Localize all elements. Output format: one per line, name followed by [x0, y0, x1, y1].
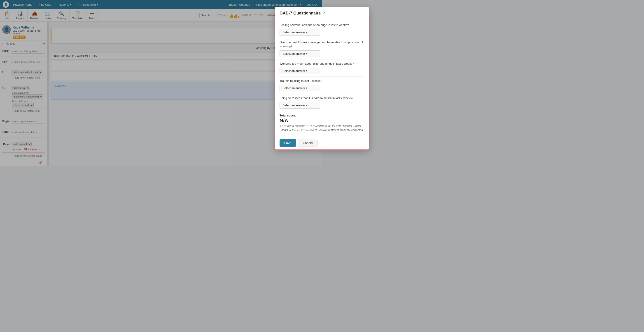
- q5-answer-placeholder: Select an answer: [282, 104, 305, 107]
- question-3-block: Worrying too much about different things…: [280, 60, 322, 77]
- cancel-button[interactable]: Cancel: [298, 139, 318, 147]
- total-score-value: N/A: [280, 118, 322, 123]
- question-2-text: Over the past 2 weeks have you not been …: [280, 40, 322, 48]
- question-4-block: Trouble relaxing in last 2 weeks? Select…: [280, 77, 322, 94]
- q2-answer-placeholder: Select an answer: [282, 52, 305, 55]
- question-2-block: Over the past 2 weeks have you not been …: [280, 38, 322, 59]
- q3-answer-placeholder: Select an answer: [282, 69, 305, 73]
- q2-select-chevron: ▾: [306, 52, 307, 55]
- total-score-label: Total score:: [280, 114, 322, 117]
- q3-select-chevron: ▾: [306, 69, 307, 72]
- question-1-text: Feeling nervous, anxious or on edge in l…: [280, 23, 322, 27]
- q4-answer-placeholder: Select an answer: [282, 86, 305, 90]
- q1-answer-placeholder: Select an answer: [282, 31, 305, 34]
- question-3-text: Worrying too much about different things…: [280, 62, 322, 66]
- modal-body: Feeling nervous, anxious or on edge in l…: [275, 18, 322, 136]
- q3-answer-select[interactable]: Select an answer ▾: [280, 68, 320, 74]
- q2-answer-select[interactable]: Select an answer ▾: [280, 50, 320, 57]
- save-button[interactable]: Save: [280, 139, 296, 147]
- q4-answer-select[interactable]: Select an answer ▾: [280, 85, 320, 91]
- gad7-modal: GAD-7 Questionnaire ↗ Feeling nervous, a…: [274, 7, 322, 150]
- q5-select-chevron: ▾: [306, 104, 307, 107]
- q1-answer-select[interactable]: Select an answer ▾: [280, 29, 320, 36]
- modal-title: GAD-7 Questionnaire: [280, 11, 321, 16]
- q4-select-chevron: ▾: [306, 86, 307, 90]
- question-1-block: Feeling nervous, anxious or on edge in l…: [280, 21, 322, 38]
- score-guide-text: 5-9 = Mild & Monitor; 10-14 = Moderate, …: [280, 124, 322, 132]
- modal-header: GAD-7 Questionnaire ↗: [275, 7, 322, 18]
- modal-footer: Save Cancel: [275, 136, 322, 149]
- question-5-text: Being so restless that it is hard to sit…: [280, 96, 322, 100]
- q1-select-chevron: ▾: [306, 31, 307, 34]
- question-4-text: Trouble relaxing in last 2 weeks?: [280, 79, 322, 83]
- modal-overlay: GAD-7 Questionnaire ↗ Feeling nervous, a…: [0, 0, 322, 166]
- total-score-section: Total score: N/A 5-9 = Mild & Monitor; 1…: [280, 111, 322, 133]
- q5-answer-select[interactable]: Select an answer ▾: [280, 102, 320, 109]
- question-5-block: Being so restless that it is hard to sit…: [280, 94, 322, 111]
